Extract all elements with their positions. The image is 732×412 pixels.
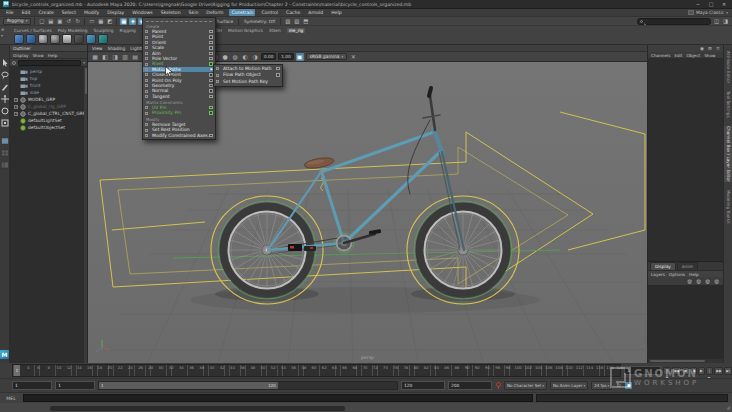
scale-tool-icon[interactable] <box>1 119 9 127</box>
select-object-icon[interactable]: ▦ <box>97 18 104 25</box>
shelf-item-icon[interactable] <box>50 34 60 44</box>
menu-create[interactable]: Create <box>37 9 56 16</box>
option-box[interactable] <box>209 89 213 92</box>
layout-four-view-icon[interactable] <box>1 149 9 157</box>
new-layer-selected-icon[interactable]: ◍ <box>695 278 702 285</box>
sidebar-toggle-icon[interactable]: ◫ <box>713 18 720 25</box>
shelf-tab[interactable]: Rigging <box>120 28 136 33</box>
outliner-item[interactable]: +C_global_CTRL_CNST_GRP <box>10 110 87 117</box>
shelf-item-icon[interactable] <box>74 34 84 44</box>
shelf-tab[interactable]: Sculpting <box>93 28 113 33</box>
view-transform-selector[interactable]: sRGB gamma ▾ <box>306 53 348 60</box>
option-box[interactable] <box>209 95 213 98</box>
render-icon[interactable]: ▧ <box>284 18 291 25</box>
redo-icon[interactable]: ↻ <box>74 18 81 25</box>
animation-start-field[interactable]: 1 <box>12 381 52 390</box>
outliner-scrollbar[interactable] <box>84 67 87 363</box>
command-input[interactable] <box>23 394 533 402</box>
command-language-toggle[interactable]: MEL <box>2 396 20 401</box>
option-box[interactable] <box>209 41 213 44</box>
workspace-selector[interactable]: Maya Classic ▾ <box>688 10 728 15</box>
shaded-icon[interactable]: ● <box>221 53 229 61</box>
shelf-tab[interactable]: Motion Graphics <box>228 28 263 33</box>
shadows-icon[interactable]: ◑ <box>251 53 259 61</box>
menu-control[interactable]: Control <box>259 9 280 16</box>
shelf-tab[interactable]: me_rig <box>287 28 306 33</box>
sidebar-tab[interactable]: Channel Box / Layer Editor <box>724 126 732 182</box>
rotate-tool-icon[interactable] <box>1 107 9 115</box>
set-key-icon[interactable] <box>495 382 501 389</box>
menu-set-selector[interactable]: Rigging ▾ <box>3 18 31 25</box>
shelf-tab[interactable]: Poly Modeling <box>58 28 88 33</box>
playback-start-field[interactable]: 1 <box>55 381 95 390</box>
search-input[interactable] <box>637 18 711 25</box>
render-settings-icon[interactable]: ⬒ <box>302 18 309 25</box>
select-tool-icon[interactable] <box>1 59 9 67</box>
option-box[interactable] <box>276 73 280 76</box>
outliner-title[interactable]: Outliner <box>10 45 87 52</box>
menu-modify[interactable]: Modify <box>82 9 101 16</box>
isolate-select-icon[interactable]: ✕ <box>349 53 357 61</box>
panel-menu-shading[interactable]: Shading <box>107 46 125 51</box>
camera-select-icon[interactable]: ▦ <box>91 53 99 61</box>
symmetry-label[interactable]: Symmetry: Off <box>242 19 277 24</box>
menu-cache[interactable]: Cache <box>284 9 302 16</box>
pin-icon[interactable]: ◉ <box>699 46 705 52</box>
menu-item[interactable]: Proximity Pin <box>143 110 215 115</box>
tearoff-handle[interactable] <box>146 19 212 22</box>
layer-tab-anim[interactable]: Anim <box>677 262 698 270</box>
bike-frame[interactable] <box>268 128 464 254</box>
ipr-render-icon[interactable]: ▨ <box>293 18 300 25</box>
menu-display[interactable]: Display <box>105 9 126 16</box>
channel-box-menu-channels[interactable]: Channels <box>651 53 670 58</box>
menu-skeleton[interactable]: Skeleton <box>159 9 183 16</box>
layer-menu-help[interactable]: Help <box>689 272 699 277</box>
lasso-tool-icon[interactable] <box>1 71 9 79</box>
menu-item[interactable]: Tangent <box>143 94 215 99</box>
expand-toggle-icon[interactable]: + <box>14 98 18 102</box>
option-box[interactable] <box>209 134 213 137</box>
outliner-item[interactable]: side <box>10 89 87 96</box>
channel-box-content[interactable] <box>648 59 723 262</box>
menu-constrain[interactable]: Constrain <box>229 9 255 16</box>
option-box[interactable] <box>209 35 213 38</box>
range-track[interactable]: 1 120 <box>98 381 398 390</box>
menu-select[interactable]: Select <box>60 9 78 16</box>
layout-single-icon[interactable] <box>1 137 9 145</box>
menu-arnold[interactable]: Arnold <box>306 9 325 16</box>
layout-split-icon[interactable] <box>1 161 9 169</box>
menu-deform[interactable]: Deform <box>204 9 225 16</box>
snap-curve-icon[interactable]: ◈ <box>129 18 136 25</box>
anim-layer-selector[interactable]: No Anim Layer ▾ <box>550 381 588 390</box>
option-box[interactable] <box>209 52 213 55</box>
option-box[interactable] <box>209 57 213 60</box>
attribute-editor-toggle-icon[interactable]: ◨ <box>722 18 729 25</box>
panel-menu-view[interactable]: View <box>92 46 102 51</box>
animation-end-field[interactable]: 200 <box>448 381 492 390</box>
menu-file[interactable]: File <box>4 9 16 16</box>
option-box[interactable] <box>209 30 213 33</box>
sidebar-tab[interactable]: Modeling Toolkit <box>724 190 732 224</box>
image-plane-icon[interactable]: ▤ <box>131 53 139 61</box>
menu-help[interactable]: Help <box>329 9 343 16</box>
layer-menu-layers[interactable]: Layers <box>651 272 665 277</box>
outliner-item[interactable]: defaultObjectSet <box>10 124 87 131</box>
outliner-menu-show[interactable]: Show <box>32 53 43 58</box>
select-hierarchy-icon[interactable]: ▭ <box>88 18 95 25</box>
menu-windows[interactable]: Windows <box>130 9 155 16</box>
shelf-menu-buttons[interactable]: ≡▾ <box>1 28 4 38</box>
shelf-item-icon[interactable] <box>98 34 108 44</box>
shelf-item-icon[interactable] <box>38 34 48 44</box>
shelf-item-icon[interactable] <box>14 34 24 44</box>
new-empty-layer-icon[interactable]: ◍ <box>686 278 693 285</box>
outliner-item[interactable]: +C_global_rig_GRP <box>10 103 87 110</box>
expand-icon[interactable]: ⊞ <box>707 46 713 52</box>
channel-box-menu-show[interactable]: Show <box>704 53 715 58</box>
layer-menu-options[interactable]: Options <box>669 272 685 277</box>
bookmark-icon[interactable]: ▥ <box>121 53 129 61</box>
timeline-ruler[interactable]: 2468101214161820222426283032343638404244… <box>12 364 621 377</box>
paint-select-tool-icon[interactable] <box>1 83 9 91</box>
shelf-item-icon[interactable] <box>26 34 36 44</box>
menu-edit[interactable]: Edit <box>20 9 33 16</box>
maximize-button[interactable]: □ <box>706 0 716 8</box>
